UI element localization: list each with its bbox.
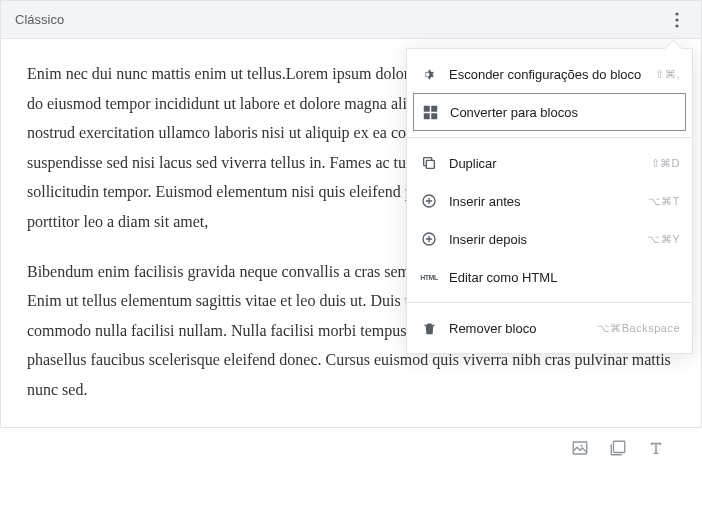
menu-item-duplicate[interactable]: Duplicar ⇧⌘D (407, 144, 692, 182)
menu-item-label: Duplicar (449, 156, 641, 171)
menu-item-convert-to-blocks[interactable]: Converter para blocos (413, 93, 686, 131)
menu-item-insert-after[interactable]: Inserir depois ⌥⌘Y (407, 220, 692, 258)
menu-item-label: Remover bloco (449, 321, 587, 336)
menu-item-label: Editar como HTML (449, 270, 680, 285)
menu-item-label: Inserir depois (449, 232, 637, 247)
block-header: Clássico (1, 1, 701, 39)
image-tool-button[interactable] (570, 438, 590, 458)
svg-point-1 (675, 18, 678, 21)
menu-item-hide-settings[interactable]: Esconder configurações do bloco ⇧⌘, (407, 55, 692, 93)
gallery-tool-button[interactable] (608, 438, 628, 458)
menu-item-shortcut: ⌥⌘T (648, 195, 680, 208)
svg-point-0 (675, 12, 678, 15)
svg-rect-3 (573, 442, 587, 454)
blocks-icon (420, 102, 440, 122)
menu-item-label: Converter para blocos (450, 105, 679, 120)
menu-item-shortcut: ⌥⌘Backspace (597, 322, 680, 335)
menu-item-remove-block[interactable]: Remover bloco ⌥⌘Backspace (407, 309, 692, 347)
more-vertical-icon (675, 12, 679, 28)
bottom-toolbar (0, 428, 702, 458)
menu-item-shortcut: ⌥⌘Y (647, 233, 680, 246)
svg-rect-7 (431, 105, 437, 111)
text-icon (647, 439, 665, 457)
menu-item-insert-before[interactable]: Inserir antes ⌥⌘T (407, 182, 692, 220)
svg-point-2 (675, 24, 678, 27)
block-options-menu: Esconder configurações do bloco ⇧⌘, Conv… (406, 48, 693, 354)
svg-rect-6 (423, 105, 429, 111)
gallery-icon (609, 439, 627, 457)
svg-point-4 (581, 444, 583, 446)
insert-before-icon (419, 191, 439, 211)
menu-item-label: Esconder configurações do bloco (449, 67, 645, 82)
block-title: Clássico (15, 12, 64, 27)
svg-rect-8 (423, 113, 429, 119)
more-options-button[interactable] (663, 6, 691, 34)
svg-rect-9 (431, 113, 437, 119)
image-icon (571, 439, 589, 457)
menu-item-shortcut: ⇧⌘, (655, 68, 680, 81)
menu-item-edit-html[interactable]: HTML Editar como HTML (407, 258, 692, 296)
gear-icon (419, 64, 439, 84)
menu-item-label: Inserir antes (449, 194, 638, 209)
svg-rect-5 (614, 441, 625, 452)
html-icon: HTML (419, 267, 439, 287)
text-tool-button[interactable] (646, 438, 666, 458)
menu-item-shortcut: ⇧⌘D (651, 157, 680, 170)
svg-rect-10 (426, 160, 434, 168)
trash-icon (419, 318, 439, 338)
insert-after-icon (419, 229, 439, 249)
duplicate-icon (419, 153, 439, 173)
